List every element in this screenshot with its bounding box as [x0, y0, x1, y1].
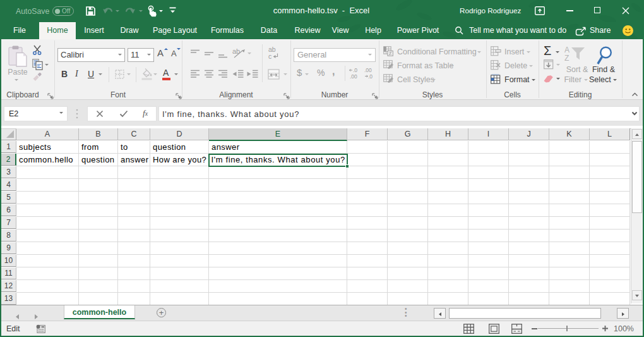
svg-text:A: A	[564, 46, 569, 54]
svg-text:.00: .00	[350, 73, 357, 80]
svg-text:.00: .00	[364, 67, 372, 73]
svg-text:.0: .0	[353, 67, 357, 73]
svg-text:c: c	[268, 52, 271, 60]
svg-text:Z: Z	[564, 54, 569, 63]
svg-text:.0: .0	[368, 73, 373, 80]
